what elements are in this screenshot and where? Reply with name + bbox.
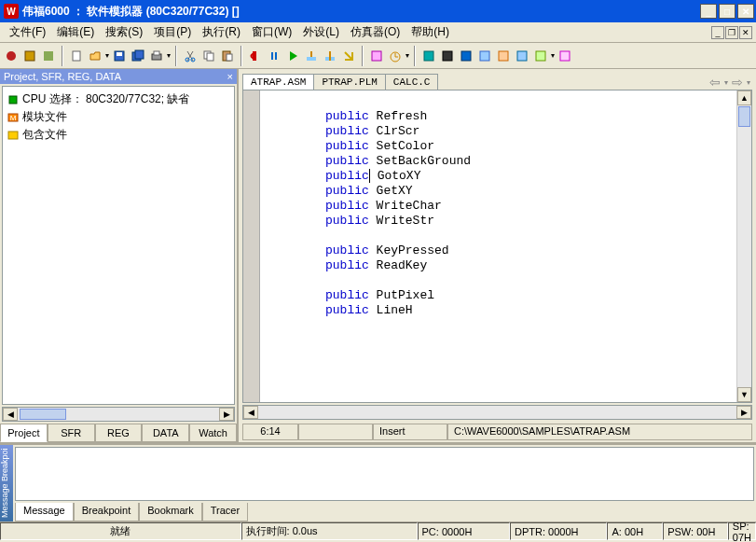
tb-save-icon[interactable] <box>111 48 128 64</box>
msg-tab-bookmark[interactable]: Bookmark <box>139 503 202 521</box>
module-icon: M <box>7 111 20 124</box>
tree-cpu-item[interactable]: CPU 选择： 80C320/77C32; 缺省 <box>7 90 230 108</box>
tb-grid4-icon[interactable] <box>476 48 493 64</box>
svg-rect-19 <box>307 57 316 61</box>
scroll-right-icon[interactable]: ▶ <box>219 408 234 421</box>
window-title: 伟福6000 ： 软件模拟器 (80C320/77C32) [] <box>22 4 700 20</box>
msg-tab-tracer[interactable]: Tracer <box>202 503 248 521</box>
message-panel-side-label: Message Breakpoi <box>0 445 13 521</box>
menu-search[interactable]: 搜索(S) <box>100 22 148 42</box>
minimize-button[interactable]: _ <box>700 4 717 19</box>
menu-run[interactable]: 执行(R) <box>197 22 246 42</box>
status-sp: SP: 07H <box>728 522 756 540</box>
code-editor[interactable]: public Refreshpublic ClrScrpublic SetCol… <box>260 90 736 402</box>
tb-grid2-icon[interactable] <box>439 48 456 64</box>
close-button[interactable]: ✕ <box>737 4 754 19</box>
project-hscrollbar[interactable]: ◀ ▶ <box>2 407 235 422</box>
svg-rect-18 <box>275 52 277 60</box>
tb-copy-icon[interactable] <box>200 48 217 64</box>
tb-paste-icon[interactable] <box>219 48 236 64</box>
menu-peripheral[interactable]: 外设(L) <box>297 22 345 42</box>
editor-tab-atrap[interactable]: ATRAP.ASM <box>242 74 314 90</box>
tb-options-icon[interactable] <box>21 48 38 64</box>
editor-panel: ATRAP.ASM PTRAP.PLM CALC.C ⇦ ▾ ⇨ ▾ publi… <box>239 69 756 442</box>
tb-open-icon[interactable] <box>87 48 103 64</box>
editor-hscrollbar[interactable]: ◀ ▶ <box>242 405 752 420</box>
svg-text:M: M <box>10 114 17 122</box>
tb-run-icon[interactable] <box>284 48 301 64</box>
tb-grid5-icon[interactable] <box>495 48 512 64</box>
tb-stepover-icon[interactable] <box>303 48 320 64</box>
menu-emulator[interactable]: 仿真器(O) <box>345 22 405 42</box>
tb-view1-icon[interactable] <box>368 48 385 64</box>
mdi-close-button[interactable]: ✕ <box>739 26 752 39</box>
app-logo-icon: W <box>4 4 19 19</box>
nav-back-icon[interactable]: ⇦ <box>709 75 721 90</box>
editor-vscrollbar[interactable]: ▲ ▼ <box>736 90 751 402</box>
tree-module-item[interactable]: M 模块文件 <box>7 108 230 126</box>
toolbar: ▾ ▾ ▾ ▾ <box>0 43 756 69</box>
mdi-restore-button[interactable]: ❐ <box>725 26 738 39</box>
tb-grid3-icon[interactable] <box>458 48 474 64</box>
scroll-down-icon[interactable]: ▼ <box>737 387 751 402</box>
status-bar: 就绪 执行时间: 0.0us PC: 0000H DPTR: 0000H A: … <box>0 521 756 540</box>
tb-bug-icon[interactable] <box>3 48 20 64</box>
tb-tool-icon[interactable] <box>40 48 57 64</box>
title-bar: W 伟福6000 ： 软件模拟器 (80C320/77C32) [] _ □ ✕ <box>0 0 756 22</box>
tb-grid1-icon[interactable] <box>420 48 437 64</box>
tree-include-item[interactable]: 包含文件 <box>7 126 230 144</box>
scroll-right-icon[interactable]: ▶ <box>736 406 751 419</box>
project-panel: Project, SFR, REG, DATA × CPU 选择： 80C320… <box>0 69 239 442</box>
svg-rect-1 <box>25 51 34 61</box>
status-dptr: DPTR: 0000H <box>510 522 607 540</box>
editor-tab-ptrap[interactable]: PTRAP.PLM <box>313 74 385 90</box>
tb-cut-icon[interactable] <box>182 48 199 64</box>
tree-item-label: 包含文件 <box>22 127 67 143</box>
svg-rect-28 <box>517 51 527 61</box>
msg-tab-breakpoint[interactable]: Breakpoint <box>74 503 140 521</box>
svg-rect-24 <box>443 51 452 61</box>
tb-grid6-icon[interactable] <box>514 48 530 64</box>
scroll-left-icon[interactable]: ◀ <box>243 406 258 419</box>
scroll-left-icon[interactable]: ◀ <box>3 408 18 421</box>
tb-print-icon[interactable] <box>148 48 165 64</box>
tb-saveall-icon[interactable] <box>130 48 146 64</box>
status-psw: PSW: 00H <box>663 522 728 540</box>
maximize-button[interactable]: □ <box>719 4 735 19</box>
tab-reg[interactable]: REG <box>95 424 143 442</box>
message-content[interactable] <box>15 447 754 501</box>
menu-window[interactable]: 窗口(W) <box>246 22 297 42</box>
status-spacer <box>298 424 373 440</box>
scroll-up-icon[interactable]: ▲ <box>737 90 751 105</box>
editor-tab-calc[interactable]: CALC.C <box>385 74 439 90</box>
svg-rect-26 <box>480 51 489 61</box>
svg-rect-34 <box>8 132 18 139</box>
tb-grid8-icon[interactable] <box>557 48 573 64</box>
tab-project[interactable]: Project <box>0 424 48 442</box>
tb-timer-icon[interactable] <box>387 48 404 64</box>
tab-watch[interactable]: Watch <box>189 424 237 442</box>
tb-new-icon[interactable] <box>68 48 85 64</box>
tb-grid7-icon[interactable] <box>532 48 549 64</box>
menu-file[interactable]: 文件(F) <box>4 22 51 42</box>
menu-edit[interactable]: 编辑(E) <box>51 22 100 42</box>
message-panel: Message Breakpoi Message Breakpoint Book… <box>0 442 756 521</box>
project-tree[interactable]: CPU 选择： 80C320/77C32; 缺省 M 模块文件 包含文件 <box>2 86 235 405</box>
tab-data[interactable]: DATA <box>142 424 189 442</box>
tb-stepout-icon[interactable] <box>340 48 357 64</box>
scroll-thumb[interactable] <box>20 409 66 420</box>
msg-tab-message[interactable]: Message <box>15 503 74 521</box>
scroll-thumb[interactable] <box>738 106 750 127</box>
menu-help[interactable]: 帮助(H) <box>405 22 455 42</box>
menu-project[interactable]: 项目(P) <box>148 22 197 42</box>
tb-pause-icon[interactable] <box>266 48 282 64</box>
nav-forward-icon[interactable]: ⇨ <box>732 75 743 90</box>
tab-sfr[interactable]: SFR <box>48 424 95 442</box>
tb-reset-icon[interactable] <box>247 48 264 64</box>
svg-rect-21 <box>372 51 381 61</box>
tb-stepinto-icon[interactable] <box>322 48 338 64</box>
status-time: 执行时间: 0.0us <box>241 522 418 540</box>
svg-rect-7 <box>135 50 144 59</box>
project-panel-close-icon[interactable]: × <box>227 71 233 82</box>
mdi-minimize-button[interactable]: _ <box>711 26 724 39</box>
